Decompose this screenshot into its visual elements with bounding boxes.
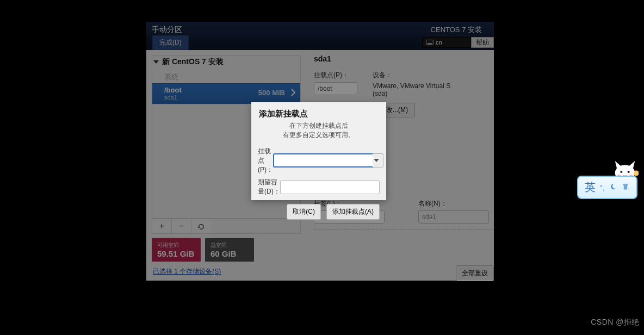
divider [314, 229, 494, 229]
refresh-icon [197, 221, 205, 231]
partition-button-strip: + − [152, 219, 301, 234]
ime-mode-label[interactable]: 英 [585, 180, 596, 195]
mount-point-label: 挂载点(P)： [314, 71, 357, 80]
dialog-mount-label: 挂载点(P)： [258, 147, 273, 175]
mount-point-dropdown-button[interactable] [373, 153, 383, 167]
scheme-heading: 新 CentOS 7 安装 [162, 57, 224, 67]
ime-bar: 英 °, [577, 176, 638, 199]
device-desc: VMware, VMware Virtual S (sda) [373, 82, 454, 97]
name-input[interactable] [418, 210, 489, 224]
add-partition-button[interactable]: + [152, 219, 172, 233]
dialog-title: 添加新挂载点 [251, 102, 386, 120]
help-button[interactable]: 帮助 [471, 37, 494, 48]
partition-size: 500 MiB [258, 89, 285, 97]
dialog-subtitle-line2: 有更多自定义选项可用。 [283, 131, 355, 139]
dialog-form: 挂载点(P)： 期望容量(D)： [251, 147, 386, 196]
svg-point-3 [620, 171, 622, 173]
ime-shirt-icon[interactable] [621, 183, 630, 192]
name-group: 名称(N)： [418, 199, 489, 224]
caret-down-icon [153, 60, 159, 64]
storage-devices-link[interactable]: 已选择 1 个存储设备(S) [153, 268, 221, 275]
keyboard-indicator[interactable]: cn [422, 37, 471, 48]
dialog-cancel-button[interactable]: 取消(C) [287, 204, 321, 220]
keyboard-icon [426, 40, 434, 45]
refresh-button[interactable] [191, 219, 211, 233]
scheme-selector[interactable]: 新 CentOS 7 安装 [152, 55, 301, 69]
total-space-value: 60 GiB [210, 249, 249, 258]
svg-point-4 [628, 171, 630, 173]
free-space-value: 59.51 GiB [157, 249, 195, 258]
watermark: CSDN @拒绝 [591, 318, 640, 327]
header-bar: 手动分区 完成(D) CENTOS 7 安装 cn 帮助 [146, 22, 494, 50]
dialog-subtitle: 在下方创建挂载点后 有更多自定义选项可用。 [251, 120, 386, 144]
storage-link-row: 已选择 1 个存储设备(S) [152, 262, 301, 276]
product-label: CENTOS 7 安装 [431, 25, 494, 35]
mount-point-combo [273, 153, 383, 167]
add-mount-point-dialog: 添加新挂载点 在下方创建挂载点后 有更多自定义选项可用。 挂载点(P)： 期望容… [251, 102, 386, 200]
free-space-card: 可用空间 59.51 GiB [152, 238, 201, 262]
free-space-label: 可用空间 [157, 241, 195, 249]
ime-toolbar[interactable]: 英 °, [577, 176, 638, 199]
dialog-confirm-button[interactable]: 添加挂载点(A) [326, 204, 380, 220]
dialog-subtitle-line1: 在下方创建挂载点后 [289, 122, 348, 129]
done-button[interactable]: 完成(D) [152, 35, 189, 50]
system-group-label: 系统 [152, 69, 300, 83]
dialog-capacity-input[interactable] [280, 180, 380, 194]
name-label: 名称(N)： [418, 199, 489, 208]
dialog-mount-input[interactable] [273, 153, 373, 167]
partition-row-boot[interactable]: /boot sda1 500 MiB [152, 83, 300, 104]
caret-down-icon [374, 159, 379, 162]
partition-list: 系统 /boot sda1 500 MiB [152, 69, 301, 104]
page-title: 手动分区 [146, 22, 182, 35]
space-summary: 可用空间 59.51 GiB 总空间 60 GiB [152, 234, 301, 262]
dialog-capacity-label: 期望容量(D)： [258, 178, 280, 196]
header-right: CENTOS 7 安装 [431, 25, 494, 35]
chevron-right-icon [290, 88, 296, 99]
device-label: 设备： [373, 71, 454, 80]
remove-partition-button[interactable]: − [172, 219, 191, 233]
ime-punct-icon[interactable]: °, [600, 183, 605, 192]
total-space-card: 总空间 60 GiB [205, 238, 254, 262]
dialog-capacity-row: 期望容量(D)： [258, 178, 380, 196]
ime-moon-icon[interactable] [609, 183, 617, 192]
dialog-button-row: 取消(C) 添加挂载点(A) [251, 196, 386, 220]
reset-all-button[interactable]: 全部重设 [456, 265, 494, 281]
mount-point-input[interactable] [314, 82, 357, 95]
dialog-mount-row: 挂载点(P)： [258, 147, 380, 175]
partition-heading: sda1 [314, 54, 494, 63]
keyboard-layout-text: cn [436, 39, 442, 46]
total-space-label: 总空间 [210, 241, 249, 249]
svg-rect-1 [428, 44, 432, 44]
